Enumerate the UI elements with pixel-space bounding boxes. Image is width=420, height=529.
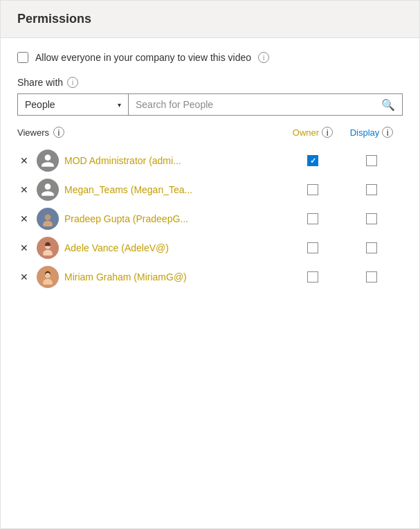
svg-point-3 [46,215,51,220]
person-name: Adele Vance (AdeleV@) [64,242,203,253]
display-checkbox-cell [340,271,403,283]
panel-header: Permissions [1,1,419,38]
avatar [37,150,59,172]
share-with-info-icon[interactable]: i [67,77,78,88]
display-checkbox-cell [340,184,403,195]
dropdown-value: People [25,99,55,110]
chevron-down-icon: ▾ [118,101,121,109]
display-checkbox[interactable] [366,155,377,166]
owner-checkbox-cell [285,184,340,195]
display-info-icon[interactable]: i [382,127,393,138]
allow-everyone-row: Allow everyone in your company to view t… [17,52,403,63]
owner-checkbox-cell [285,271,340,283]
miriam-avatar-icon [40,269,55,285]
viewers-info-icon[interactable]: i [53,127,64,138]
allow-everyone-label[interactable]: Allow everyone in your company to view t… [35,52,251,63]
share-with-label-row: Share with i [17,77,403,88]
panel-title: Permissions [17,12,403,26]
person-name: MOD Administrator (admi... [64,155,203,166]
table-row: ✕ Pradeep Gupta (PradeepG... [17,204,403,233]
display-checkbox[interactable] [366,213,377,224]
person-row-left: ✕ Miriam Graham (MiriamG@) [17,266,285,288]
display-column-header: Display i [340,127,403,138]
owner-checkbox[interactable] [307,184,318,195]
pradeep-avatar-icon [40,211,55,226]
person-row-left: ✕ Adele Vance (AdeleV@) [17,237,285,259]
share-with-section: Share with i People ▾ 🔍 [17,77,403,116]
remove-button[interactable]: ✕ [17,184,31,195]
person-name: Megan_Teams (Megan_Tea... [64,184,203,195]
remove-button[interactable]: ✕ [17,155,31,166]
table-row: ✕ Miriam Graham (MiriamG@) [17,262,403,292]
person-name: Pradeep Gupta (PradeepG... [64,213,203,224]
owner-checkbox[interactable] [307,242,318,253]
owner-checkbox[interactable] [307,155,318,166]
panel-body: Allow everyone in your company to view t… [1,38,419,305]
display-checkbox[interactable] [366,271,377,283]
avatar [37,237,59,259]
owner-checkbox-cell [285,242,340,253]
table-row: ✕ MOD Administrator (admi... [17,146,403,175]
person-name: Miriam Graham (MiriamG@) [64,271,203,283]
default-user-icon [40,182,55,197]
remove-button[interactable]: ✕ [17,213,31,224]
search-wrapper: 🔍 [129,94,402,115]
owner-checkbox[interactable] [307,213,318,224]
display-checkbox[interactable] [366,242,377,253]
allow-everyone-info-icon[interactable]: i [258,52,269,63]
person-row-left: ✕ MOD Administrator (admi... [17,150,285,172]
display-label: Display [350,127,380,138]
viewers-section: Viewers i Owner i Display i ✕ [17,127,403,292]
owner-checkbox-cell [285,213,340,224]
people-dropdown[interactable]: People ▾ [18,94,129,115]
display-checkbox-cell [340,242,403,253]
avatar [37,179,59,201]
person-row-left: ✕ Pradeep Gupta (PradeepG... [17,208,285,230]
display-checkbox[interactable] [366,184,377,195]
default-user-icon [40,153,55,168]
column-headers: Viewers i Owner i Display i [17,127,403,141]
owner-checkbox[interactable] [307,271,318,283]
remove-button[interactable]: ✕ [17,271,31,283]
viewers-column-label: Viewers [17,127,49,138]
allow-everyone-checkbox[interactable] [17,52,28,63]
permissions-panel: Permissions Allow everyone in your compa… [0,0,420,529]
search-icon: 🔍 [381,98,395,111]
owner-info-icon[interactable]: i [322,127,333,138]
display-checkbox-cell [340,155,403,166]
share-with-controls: People ▾ 🔍 [17,93,403,116]
owner-checkbox-cell [285,155,340,166]
remove-button[interactable]: ✕ [17,242,31,253]
adele-avatar-icon [40,240,55,255]
search-input[interactable] [136,99,376,110]
owner-label: Owner [293,127,319,138]
avatar [37,266,59,288]
display-checkbox-cell [340,213,403,224]
table-row: ✕ Megan_Teams (Megan_Tea... [17,175,403,204]
search-button[interactable]: 🔍 [381,98,395,111]
avatar [37,208,59,230]
viewers-header-left: Viewers i [17,127,285,138]
person-row-left: ✕ Megan_Teams (Megan_Tea... [17,179,285,201]
owner-column-header: Owner i [285,127,340,138]
table-row: ✕ Adele Vance (AdeleV@) [17,233,403,262]
